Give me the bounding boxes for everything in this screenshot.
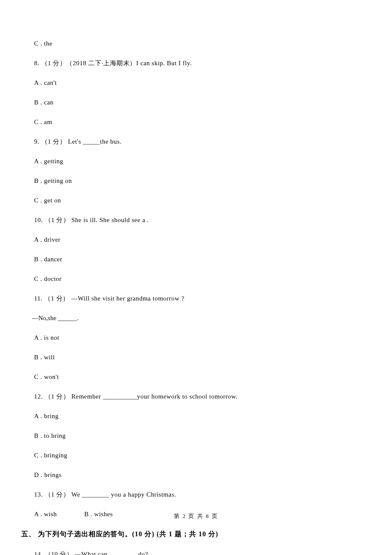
q12-option-c: C . bringing <box>34 450 358 460</box>
q10-stem: 10. （1 分） She is ill. She should see a . <box>34 215 358 225</box>
q11-response: —No,she ______. <box>32 313 358 323</box>
q8-stem: 8. （1 分）（2018 二下·上海期末）I can skip. But I … <box>34 58 358 68</box>
q8-option-c: C . am <box>34 117 358 127</box>
q10-option-a: A . driver <box>34 234 358 245</box>
section-5-header: 五、 为下列句子选出相应的答句。(10 分) (共 1 题；共 10 分) <box>21 529 358 540</box>
q12-option-d: D . brings <box>34 470 358 480</box>
q9-option-c: C . get on <box>34 195 358 205</box>
q14-stem: 14. （10 分） —What can ________ do? <box>34 549 358 555</box>
q11-option-a: A . is not <box>34 332 358 343</box>
q11-stem: 11. （1 分） —Will she visit her grandma to… <box>34 293 358 304</box>
q9-option-b: B . getting on <box>34 176 358 186</box>
q10-option-b: B . dancer <box>34 254 358 264</box>
q12-stem: 12. （1 分） Remember __________your homewo… <box>34 391 358 402</box>
q11-option-b: B . will <box>34 352 358 362</box>
page-number: 第 2 页 共 8 页 <box>0 512 392 521</box>
q12-option-a: A . bring <box>34 411 358 421</box>
q12-option-b: B . to bring <box>34 431 358 441</box>
q11-option-c: C . won't <box>34 372 358 382</box>
q9-option-a: A . getting <box>34 156 358 166</box>
q9-stem: 9. （1 分） Let's _____the bus. <box>34 136 358 147</box>
q7-option-c: C . the <box>34 38 358 49</box>
q8-option-b: B . can <box>34 97 358 107</box>
q13-stem: 13. （1 分） We ________ you a happy Christ… <box>34 489 358 500</box>
q10-option-c: C . doctor <box>34 274 358 284</box>
q8-option-a: A . can't <box>34 78 358 88</box>
